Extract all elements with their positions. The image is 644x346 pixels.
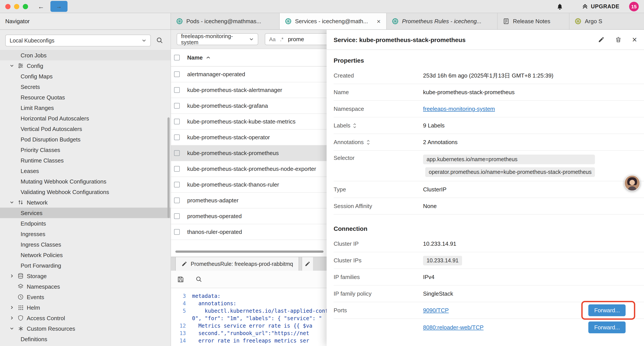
chevron-right-icon	[9, 274, 14, 278]
maximize-window-button[interactable]	[23, 4, 28, 9]
close-window-button[interactable]	[5, 4, 10, 9]
sidebar-item-leases[interactable]: Leases	[0, 166, 170, 176]
sidebar-item-endpoints[interactable]: Endpoints	[0, 218, 170, 229]
tab-release-notes[interactable]: Release Notes	[498, 13, 570, 29]
sidebar-item-label: Port Forwarding	[20, 262, 61, 269]
upgrade-double-chevron-icon	[582, 3, 588, 10]
service-name: prometheus-operated	[187, 213, 242, 219]
sidebar-item-config-maps[interactable]: Config Maps	[0, 71, 170, 81]
namespace-link[interactable]: freeleaps-monitoring-system	[423, 106, 495, 112]
sidebar-item-vertical-pod-autoscalers[interactable]: Vertical Pod Autoscalers	[0, 123, 170, 134]
name-column-header[interactable]: Name	[187, 54, 203, 61]
sidebar-item-priority-classes[interactable]: Priority Classes	[0, 145, 170, 155]
kubeconfig-selector[interactable]: Local Kubeconfigs	[5, 34, 151, 46]
search-icon[interactable]	[196, 276, 202, 283]
close-tab-icon[interactable]: ×	[377, 18, 381, 24]
search-input[interactable]	[288, 36, 327, 42]
sidebar-item-secrets[interactable]: Secrets	[0, 81, 170, 92]
sidebar-item-events[interactable]: Events	[0, 292, 170, 302]
search-icon[interactable]	[156, 37, 163, 44]
row-checkbox[interactable]	[174, 229, 180, 235]
select-all-checkbox[interactable]	[174, 55, 180, 60]
bell-icon[interactable]	[556, 3, 563, 10]
row-checkbox[interactable]	[174, 198, 180, 203]
sidebar-item-runtime-classes[interactable]: Runtime Classes	[0, 155, 170, 166]
row-checkbox[interactable]	[174, 213, 180, 219]
sidebar-item-ingress-classes[interactable]: Ingress Classes	[0, 239, 170, 250]
tab-services[interactable]: Services - icecheng@math... ×	[280, 13, 387, 29]
row-checkbox[interactable]	[174, 71, 180, 77]
regex-toggle[interactable]: .*	[280, 36, 284, 42]
sidebar-item-custom-resources[interactable]: Custom Resources	[0, 323, 170, 334]
sidebar-item-cron-jobs[interactable]: Cron Jobs	[0, 50, 170, 60]
sidebar-item-helm[interactable]: Helm	[0, 302, 170, 313]
save-icon[interactable]	[177, 276, 184, 283]
sidebar-item-access-control[interactable]: Access Control	[0, 313, 170, 323]
selector-badge: app.kubernetes.io/name=prometheus	[423, 155, 595, 164]
row-checkbox[interactable]	[174, 87, 180, 93]
row-checkbox[interactable]	[174, 119, 180, 124]
cluster-ip-row: Cluster IP 10.233.14.91	[334, 236, 644, 252]
dock-tab-label: PrometheusRule: freeleaps-prod-rabbitmq	[191, 261, 293, 267]
sidebar-item-horizontal-pod-autoscalers[interactable]: Horizontal Pod Autoscalers	[0, 113, 170, 123]
back-icon[interactable]: ←	[38, 3, 44, 10]
forward-button[interactable]: Forward...	[588, 321, 626, 333]
dock-tab-prometheusrule[interactable]: PrometheusRule: freeleaps-prod-rabbitmq	[175, 257, 299, 271]
port-link-9090[interactable]: 9090/TCP	[423, 307, 520, 314]
expand-collapse-icon[interactable]	[366, 139, 370, 145]
sidebar-item-port-forwarding[interactable]: Port Forwarding	[0, 260, 170, 271]
annotations-row: Annotations 2 Annotations	[334, 134, 644, 151]
cluster-ips-row: Cluster IPs 10.233.14.91	[334, 252, 644, 269]
upgrade-button[interactable]: UPGRADE	[582, 3, 620, 10]
close-icon[interactable]: ×	[632, 35, 637, 44]
horizontal-scrollbar[interactable]	[175, 251, 324, 253]
sidebar-item-namespaces[interactable]: Namespaces	[0, 281, 170, 292]
row-checkbox[interactable]	[174, 134, 180, 140]
presenter-avatar[interactable]	[624, 175, 640, 191]
sidebar-item-definitions[interactable]: Definitions	[0, 334, 170, 344]
sidebar-item-limit-ranges[interactable]: Limit Ranges	[0, 102, 170, 113]
tab-pods[interactable]: Pods - icecheng@mathmas...	[171, 13, 280, 29]
row-checkbox[interactable]	[174, 150, 180, 156]
forward-button[interactable]: Forward...	[588, 304, 626, 316]
expand-collapse-icon[interactable]	[353, 123, 357, 128]
sidebar-scrollbar[interactable]	[168, 117, 170, 218]
row-checkbox[interactable]	[174, 166, 180, 172]
sidebar-item-label: Pod Disruption Budgets	[20, 136, 80, 143]
sidebar-item-ingresses[interactable]: Ingresses	[0, 229, 170, 239]
match-case-toggle[interactable]: Aa	[269, 36, 276, 42]
sidebar-item-pod-disruption-budgets[interactable]: Pod Disruption Budgets	[0, 134, 170, 145]
sidebar-item-label: Ingresses	[20, 231, 45, 237]
sort-ascending-icon[interactable]	[206, 56, 211, 59]
updown-arrows-icon	[17, 199, 24, 205]
sidebar-item-mutating-webhook-configurations[interactable]: Mutating Webhook Configurations	[0, 176, 170, 187]
sidebar-item-network-policies[interactable]: Network Policies	[0, 250, 170, 260]
dock-tab-partial[interactable]	[302, 257, 313, 271]
sidebar-item-label: Vertical Pod Autoscalers	[20, 125, 82, 132]
notification-count-badge[interactable]: 15	[629, 1, 639, 11]
sidebar-item-label: Leases	[20, 168, 39, 174]
ip-family-policy-row: IP family policy SingleStack	[334, 286, 644, 302]
sidebar-item-storage[interactable]: Storage	[0, 271, 170, 281]
tab-prometheus-rules[interactable]: Prometheus Rules - icecheng...	[387, 13, 498, 29]
row-checkbox[interactable]	[174, 103, 180, 109]
delete-icon[interactable]	[615, 36, 622, 43]
sidebar-item-network[interactable]: Network	[0, 197, 170, 208]
sidebar-item-label: Priority Classes	[20, 146, 60, 153]
namespace-filter-dropdown[interactable]: freeleaps-monitoring-system	[177, 33, 258, 45]
service-name: kube-prometheus-stack-kube-state-metrics	[187, 118, 296, 125]
row-checkbox[interactable]	[174, 182, 180, 187]
sidebar-item-label: Network Policies	[20, 252, 63, 258]
forward-icon[interactable]: →	[50, 1, 68, 12]
tab-label: Release Notes	[513, 18, 550, 24]
edit-icon[interactable]	[598, 36, 604, 43]
tab-argo[interactable]: Argo S	[570, 13, 644, 29]
port-link-8080[interactable]: 8080:reloader-web/TCP	[423, 324, 520, 331]
created-value: 253d 16h 6m ago (2025年1月13日 GMT+8 1:25:3…	[423, 72, 554, 79]
sidebar-item-resource-quotas[interactable]: Resource Quotas	[0, 92, 170, 102]
sidebar-item-validating-webhook-configurations[interactable]: Validating Webhook Configurations	[0, 187, 170, 197]
tab-label: Argo S	[585, 18, 602, 24]
sidebar-item-config[interactable]: Config	[0, 60, 170, 71]
minimize-window-button[interactable]	[14, 4, 19, 9]
sidebar-item-services[interactable]: Services	[0, 208, 170, 218]
